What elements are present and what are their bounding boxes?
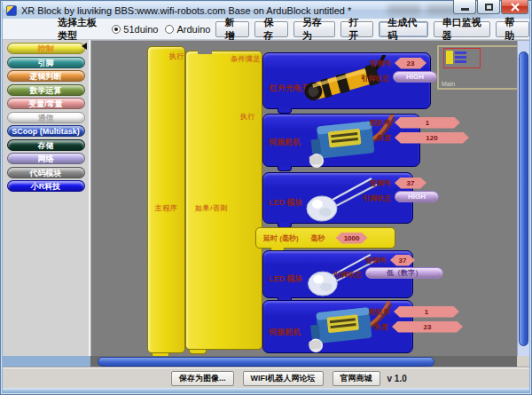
servo-block-1[interactable]: 伺服舵机 舵机号 1 角度 [262, 114, 420, 167]
if-block-tab [189, 350, 207, 354]
category-communication[interactable]: 通信 [7, 112, 85, 123]
main-exec-label: 执行 [169, 51, 184, 61]
pin-state-value[interactable]: 低（数字） [365, 267, 443, 279]
save-as-button[interactable]: 另存为 [293, 21, 335, 37]
generate-code-button[interactable]: 生成代码 [379, 21, 428, 37]
minimap-blue-block [455, 56, 466, 59]
param-row: 引脚状态 HIGH [361, 72, 437, 84]
minimap-viewport[interactable] [443, 48, 481, 68]
servo-number-value[interactable]: 1 [395, 117, 460, 129]
window-title: XR Block by liuviking BBS:www.wifi-robot… [21, 5, 351, 16]
minimap-yellow-block [446, 51, 453, 64]
category-variables[interactable]: 变量/常量 [7, 98, 85, 109]
minimap-blue-block [455, 60, 466, 63]
serial-monitor-button[interactable]: 串口监视器 [434, 21, 490, 37]
delay-value[interactable]: 1000 [336, 233, 368, 244]
category-xiaor-tech[interactable]: 小R科技 [7, 180, 85, 192]
footer-bar: 保存为图像... WIFI机器人网论坛 官网商城 v 1.0 [3, 367, 529, 388]
close-button[interactable] [501, 0, 528, 14]
pin-state-value[interactable]: HIGH [393, 71, 437, 83]
minimap-blue-block [455, 51, 466, 54]
window-bottom-edge [3, 388, 529, 393]
category-network[interactable]: 网络 [7, 153, 85, 164]
pin-number-value[interactable]: 37 [395, 178, 426, 189]
category-storage[interactable]: 存储 [7, 139, 85, 151]
delay-block[interactable]: 延时 (毫秒) 毫秒 1000 [255, 227, 395, 249]
pin-number-value[interactable]: 23 [395, 58, 426, 69]
servo-angle-value[interactable]: 120 [395, 132, 469, 144]
if-block-notch [198, 51, 212, 54]
minimize-icon [461, 8, 469, 11]
led-block-2[interactable]: LED 模块 管脚号 37 引脚状态 低（数字） [262, 250, 413, 298]
maximize-icon [485, 4, 493, 11]
block-connector [278, 166, 292, 171]
param-row: 舵机号 1 [370, 116, 460, 129]
horizontal-scrollbar-thumb[interactable] [98, 357, 434, 367]
servo-number-value[interactable]: 1 [394, 306, 459, 318]
version-label: v 1.0 [387, 374, 407, 383]
category-pins[interactable]: 引脚 [7, 57, 85, 68]
pin-number-value[interactable]: 37 [390, 255, 415, 266]
minimap[interactable]: Main [437, 45, 519, 90]
if-action-label: 执行 [240, 112, 255, 122]
open-button[interactable]: 打开 [340, 21, 374, 37]
param-row: 引脚状态 低（数字） [333, 268, 443, 280]
close-icon [511, 3, 520, 12]
radio-51duino[interactable]: 51duino [112, 24, 158, 35]
param-row: 管脚号 23 [370, 57, 426, 69]
radio-selected-icon [112, 25, 121, 34]
program-canvas[interactable]: 执行 主程序 条件满足 执行 如果/否则 红外光电开关 [90, 40, 529, 356]
wifi-robot-forum-button[interactable]: WIFI机器人网论坛 [243, 371, 324, 386]
blurred-region [387, 5, 421, 15]
maximize-button[interactable] [477, 0, 500, 14]
param-row: 舵机号 1 [369, 305, 459, 318]
save-as-image-button[interactable]: 保存为图像... [171, 371, 234, 386]
minimap-caption: Main [442, 81, 455, 87]
ir-sensor-block[interactable]: 红外光电开关 管脚号 23 引脚状态 HIGH [262, 52, 431, 109]
category-math[interactable]: 数学运算 [7, 84, 85, 96]
app-icon [6, 5, 17, 16]
new-button[interactable]: 新增 [215, 21, 249, 37]
param-row: 引脚状态 HIGH [363, 192, 439, 204]
if-condition-label: 条件满足 [231, 54, 261, 64]
vertical-scrollbar-thumb[interactable] [519, 51, 528, 346]
help-button[interactable]: 帮助 [496, 21, 529, 37]
vertical-scrollbar[interactable] [517, 41, 529, 356]
official-store-button[interactable]: 官网商城 [332, 371, 380, 386]
category-code-module[interactable]: 代码模块 [7, 167, 85, 178]
led-block-1[interactable]: LED 模块 管脚号 37 引脚状态 HIGH [262, 172, 413, 224]
minimize-button[interactable] [453, 0, 476, 14]
pin-state-value[interactable]: HIGH [395, 191, 439, 202]
collapse-arrow-icon[interactable] [82, 43, 87, 50]
scrollbar-corner [517, 356, 529, 367]
toolbar: 选择主板类型 51duino Arduino 新增 保存 另存为 打开 生成代码… [3, 19, 529, 40]
param-row: 角度 120 [377, 131, 469, 144]
main-program-block[interactable] [147, 46, 185, 353]
radio-unselected-icon [165, 25, 174, 34]
block-category-sidebar: 控制 引脚 逻辑判断 数学运算 变量/常量 通信 SCoop (Multitas… [3, 40, 90, 356]
param-row: 管脚号 37 [365, 254, 415, 266]
save-button[interactable]: 保存 [254, 21, 288, 37]
category-logic[interactable]: 逻辑判断 [7, 70, 85, 82]
param-row: 角度 23 [374, 320, 463, 333]
servo-block-2[interactable]: 伺服舵机 舵机号 1 角度 [262, 300, 413, 353]
if-else-block[interactable] [185, 51, 262, 350]
horizontal-scrollbar[interactable] [90, 356, 517, 367]
category-scoop[interactable]: SCoop (Multitask) [7, 125, 85, 137]
radio-arduino[interactable]: Arduino [165, 24, 210, 35]
servo-angle-value[interactable]: 23 [392, 321, 463, 333]
main-program-label: 主程序 [147, 203, 185, 213]
param-row: 管脚号 37 [370, 177, 426, 189]
application-window: XR Block by liuviking BBS:www.wifi-robot… [0, 0, 532, 395]
category-control[interactable]: 控制 [7, 43, 85, 54]
board-type-label: 选择主板类型 [58, 16, 105, 43]
if-else-label: 如果/否则 [195, 203, 228, 213]
window-controls [452, 0, 528, 14]
